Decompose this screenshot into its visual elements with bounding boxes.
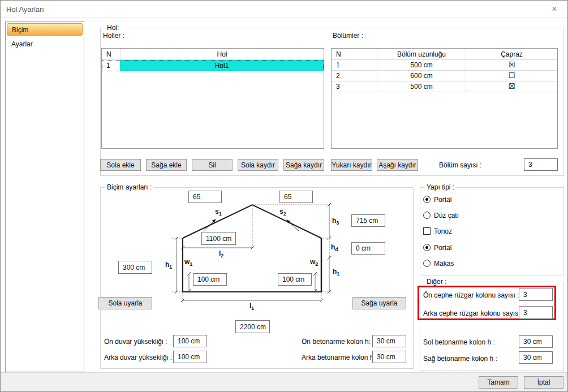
holler-row-1[interactable]: 1 Hol1 xyxy=(102,60,324,71)
arka-duvar-input[interactable] xyxy=(173,351,207,363)
arka-betonarme-label: Arka betonarme kolon h: xyxy=(302,354,376,361)
asagi-kaydir-button[interactable]: Aşağı kaydır xyxy=(377,159,418,171)
bolumler-header-row: N Bölüm uzunluğu Çapraz xyxy=(332,49,557,60)
tonoz-checkbox[interactable] xyxy=(423,227,431,235)
makas-radio[interactable] xyxy=(423,260,431,267)
dim-label-s1: s1 xyxy=(215,208,222,217)
bolumler-row-3-capraz-checkbox-icon[interactable]: ☒ xyxy=(466,81,557,92)
bolumler-row-3-n: 3 xyxy=(332,81,377,92)
bolum-sayisi-input[interactable] xyxy=(524,158,558,171)
hol-ayarlari-dialog: Hol Ayarları × Biçim Ayarlar Hol: Holler… xyxy=(0,0,568,392)
on-betonarme-label: Ön betonarme kolon h: xyxy=(302,338,371,346)
h3-input[interactable] xyxy=(351,214,385,227)
sidebar: Biçim Ayarlar xyxy=(5,21,84,372)
dim-label-h1-left: h1 xyxy=(165,261,172,270)
dim-label-hd: hd xyxy=(331,243,338,252)
dim-label-l1: l1 xyxy=(249,302,254,311)
makas-radio-label: Makas xyxy=(434,260,454,268)
portal-radio-2[interactable] xyxy=(423,244,431,251)
sola-ekle-button[interactable]: Sola ekle xyxy=(100,159,141,171)
portal-radio-2-label: Portal xyxy=(434,244,451,252)
bolumler-label: Bölümler : xyxy=(333,32,363,40)
on-duvar-label: Ön duvar yüksekliği : xyxy=(104,338,167,346)
holler-col-n: N xyxy=(102,49,120,59)
dim-label-w2: w2 xyxy=(310,258,318,267)
on-cephe-ruzgar-input[interactable] xyxy=(519,288,553,301)
left-wall-height-input[interactable] xyxy=(118,261,152,274)
arka-cephe-ruzgar-label: Arka cephe rüzgar kolonu sayısı : xyxy=(423,309,524,317)
bolumler-row-3[interactable]: 3 500 cm ☒ xyxy=(332,81,557,92)
sag-betonarme-input[interactable] xyxy=(519,351,553,364)
bolumler-row-1-n: 1 xyxy=(332,60,377,70)
diger-label: Diğer : xyxy=(424,278,449,286)
holler-table: N Hol 1 Hol1 xyxy=(101,48,324,149)
saga-ekle-button[interactable]: Sağa ekle xyxy=(146,159,187,171)
iptal-button[interactable]: İptal xyxy=(524,376,563,389)
title-bar: Hol Ayarları × xyxy=(1,1,567,18)
on-duvar-input[interactable] xyxy=(173,335,207,347)
dim-label-h1-right: h1 xyxy=(333,268,339,277)
bolumler-row-2-capraz-checkbox-icon[interactable]: ☐ xyxy=(466,71,557,81)
bolumler-row-3-uzunluk: 500 cm xyxy=(377,81,466,92)
bolumler-row-1-capraz-checkbox-icon[interactable]: ☒ xyxy=(466,60,557,70)
holler-col-hol: Hol xyxy=(120,49,324,59)
holler-header-row: N Hol xyxy=(102,49,324,60)
window-title: Hol Ayarları xyxy=(6,5,44,14)
bolumler-row-2-uzunluk: 600 cm xyxy=(377,71,466,81)
holler-label: Holler : xyxy=(103,32,124,40)
sol-betonarme-label: Sol betonarme kolon h : xyxy=(423,338,495,346)
bolumler-row-2[interactable]: 2 600 cm ☐ xyxy=(332,71,557,81)
saga-uyarla-button[interactable]: Sağa uyarla xyxy=(352,297,406,309)
arka-betonarme-input[interactable] xyxy=(372,351,406,363)
holler-row-1-n: 1 xyxy=(102,60,120,71)
dim-label-s2: s2 xyxy=(279,208,286,217)
yapi-tipi-label: Yapı tipi : xyxy=(424,183,457,191)
close-icon[interactable]: × xyxy=(547,3,562,15)
sola-kaydir-button[interactable]: Sola kaydır xyxy=(238,159,278,171)
tonoz-checkbox-label: Tonoz xyxy=(434,227,452,235)
hd-input[interactable] xyxy=(351,242,385,255)
sol-betonarme-input[interactable] xyxy=(519,335,553,348)
hol-group-label: Hol: xyxy=(105,24,121,32)
on-cephe-ruzgar-label: Ön cephe rüzgar kolonu sayısı : xyxy=(423,291,519,299)
portal-radio-1[interactable] xyxy=(423,196,431,203)
dim-label-l2: l2 xyxy=(219,249,223,259)
sidebar-item-bicim[interactable]: Biçim xyxy=(7,23,83,36)
portal-radio-1-label: Portal xyxy=(434,196,451,204)
bolum-sayisi-label: Bölüm sayısı : xyxy=(439,161,481,169)
sag-betonarme-label: Sağ betonarme kolon h : xyxy=(423,355,497,363)
arka-cephe-ruzgar-input[interactable] xyxy=(519,306,553,319)
slope-left-input[interactable] xyxy=(188,191,222,203)
bolumler-col-uzunluk: Bölüm uzunluğu xyxy=(377,49,466,59)
ridge-offset-input[interactable] xyxy=(201,232,236,245)
l1-input[interactable] xyxy=(235,320,270,333)
duz-cati-radio-label: Düz çatı xyxy=(434,212,459,219)
bolumler-table: N Bölüm uzunluğu Çapraz 1 500 cm ☒ 2 600… xyxy=(331,48,558,149)
duz-cati-radio[interactable] xyxy=(423,212,431,219)
bolumler-row-1-uzunluk: 500 cm xyxy=(377,60,466,70)
w1-input[interactable] xyxy=(193,273,227,286)
yukari-kaydir-button[interactable]: Yukarı kaydır xyxy=(331,159,372,171)
dim-label-w1: w1 xyxy=(184,258,192,267)
on-betonarme-input[interactable] xyxy=(372,335,406,347)
bolumler-row-1[interactable]: 1 500 cm ☒ xyxy=(332,60,557,71)
dim-label-h3: h3 xyxy=(332,217,339,226)
arka-duvar-label: Arka duvar yüksekliği : xyxy=(104,354,172,361)
w2-input[interactable] xyxy=(278,273,312,286)
bolumler-col-capraz: Çapraz xyxy=(466,49,557,59)
holler-row-1-name: Hol1 xyxy=(120,60,324,71)
slope-right-input[interactable] xyxy=(279,191,313,203)
tamam-button[interactable]: Tamam xyxy=(479,376,518,389)
sidebar-item-ayarlar[interactable]: Ayarlar xyxy=(7,38,83,50)
bolumler-col-n: N xyxy=(332,49,377,59)
saga-kaydir-button[interactable]: Sağa kaydır xyxy=(283,159,324,171)
bolumler-row-2-n: 2 xyxy=(332,71,377,81)
sil-button[interactable]: Sil xyxy=(192,159,233,171)
sola-uyarla-button[interactable]: Sola uyarla xyxy=(98,297,152,309)
